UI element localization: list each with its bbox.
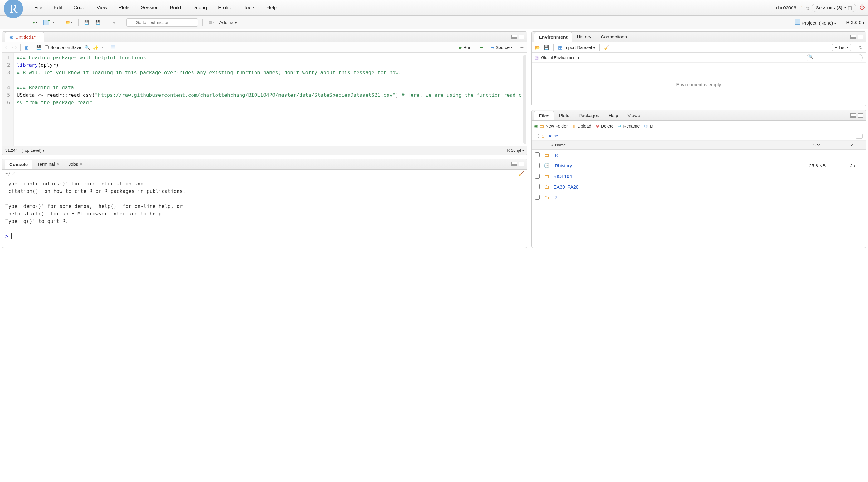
- menu-debug[interactable]: Debug: [187, 3, 213, 12]
- menu-tools[interactable]: Tools: [238, 3, 261, 12]
- tab-console[interactable]: Console: [5, 159, 32, 169]
- maximize-pane-icon[interactable]: [519, 162, 525, 166]
- file-name[interactable]: R: [554, 195, 805, 200]
- workspace-panes-button[interactable]: ⊞ ▾: [207, 19, 215, 25]
- open-file-button[interactable]: 📂▾: [64, 19, 74, 25]
- save-button[interactable]: 💾: [83, 19, 91, 25]
- popup-icon[interactable]: ◱: [848, 5, 852, 10]
- import-dataset-button[interactable]: ▦ Import Dataset ▾: [558, 45, 595, 50]
- source-tab-untitled1[interactable]: ◉ Untitled1* ×: [5, 32, 44, 42]
- breadcrumb-home[interactable]: Home: [547, 133, 558, 138]
- col-name[interactable]: ▲Name: [539, 143, 813, 147]
- scope-selector[interactable]: Global Environment ▾: [541, 55, 579, 60]
- nav-back-icon[interactable]: ⇦: [5, 44, 9, 50]
- console-output[interactable]: Type 'contributors()' for more informati…: [2, 178, 527, 247]
- clear-console-icon[interactable]: 🧹: [519, 171, 524, 176]
- menu-session[interactable]: Session: [135, 3, 164, 12]
- rename-button[interactable]: ➜ Rename: [618, 124, 640, 129]
- show-in-new-window-icon[interactable]: ▣: [24, 45, 28, 50]
- file-name[interactable]: .Rhistory: [554, 163, 805, 168]
- minimize-pane-icon[interactable]: [850, 113, 856, 118]
- new-folder-button[interactable]: ◉🗀 New Folder: [534, 124, 568, 129]
- save-all-button[interactable]: 💾: [94, 19, 102, 25]
- tab-plots[interactable]: Plots: [554, 111, 574, 120]
- file-row[interactable]: 🗀BIOL104: [532, 171, 866, 181]
- file-row[interactable]: 🗀EA30_FA20: [532, 181, 866, 192]
- tab-jobs[interactable]: Jobs ×: [64, 159, 87, 169]
- sessions-button[interactable]: Sessions (3) ▾ ◱: [812, 4, 856, 12]
- file-name[interactable]: .R: [554, 152, 805, 158]
- new-file-button[interactable]: ●▾: [31, 19, 38, 25]
- maximize-pane-icon[interactable]: [858, 113, 863, 118]
- upload-button[interactable]: ⬆ Upload: [572, 124, 591, 129]
- home-icon[interactable]: ⌂: [799, 4, 803, 11]
- file-row[interactable]: 🕓.Rhistory25.8 KBJa: [532, 160, 866, 171]
- file-checkbox[interactable]: [535, 152, 540, 157]
- view-mode-button[interactable]: ≡ List ▾: [832, 44, 851, 51]
- select-all-checkbox[interactable]: [535, 134, 539, 138]
- minimize-pane-icon[interactable]: [850, 35, 856, 39]
- file-checkbox[interactable]: [535, 184, 540, 189]
- console-popup-icon[interactable]: ⤤: [12, 171, 16, 176]
- load-workspace-icon[interactable]: 📂: [535, 45, 540, 50]
- clear-env-icon[interactable]: 🧹: [604, 45, 609, 50]
- tab-packages[interactable]: Packages: [574, 111, 604, 120]
- source-button[interactable]: ➜Source ▾: [491, 45, 512, 50]
- tab-help[interactable]: Help: [604, 111, 623, 120]
- save-source-icon[interactable]: 💾: [36, 45, 41, 50]
- source-editor[interactable]: 1 2 3 4 5 6 ### Loading packages with he…: [2, 53, 527, 146]
- nav-forward-icon[interactable]: ⇨: [12, 44, 17, 50]
- run-button[interactable]: ▶Run: [459, 45, 471, 50]
- env-search-input[interactable]: [807, 54, 863, 61]
- menu-file[interactable]: File: [29, 3, 48, 12]
- find-icon[interactable]: [85, 45, 90, 50]
- menu-edit[interactable]: Edit: [48, 3, 68, 12]
- close-tab-icon[interactable]: ×: [37, 35, 40, 39]
- file-row[interactable]: 🗀R: [532, 192, 866, 203]
- more-button[interactable]: ⚙ M: [644, 124, 653, 129]
- save-workspace-icon[interactable]: 💾: [544, 45, 549, 50]
- maximize-pane-icon[interactable]: [858, 35, 863, 39]
- console-prompt[interactable]: >: [5, 233, 11, 239]
- print-button[interactable]: 🖨: [111, 19, 117, 25]
- goto-file-input[interactable]: [126, 19, 198, 27]
- rerun-icon[interactable]: ↪: [479, 45, 483, 50]
- source-on-save-checkbox[interactable]: Source on Save: [44, 45, 82, 50]
- file-checkbox[interactable]: [535, 195, 540, 200]
- close-icon[interactable]: ×: [57, 162, 59, 166]
- tab-files[interactable]: Files: [534, 111, 554, 121]
- path-more-icon[interactable]: …: [856, 133, 863, 139]
- delete-button[interactable]: ⊗ Delete: [596, 124, 613, 129]
- col-modified[interactable]: M: [850, 143, 863, 147]
- home-icon[interactable]: ⌂: [541, 133, 545, 139]
- tab-connections[interactable]: Connections: [596, 32, 631, 41]
- file-checkbox[interactable]: [535, 174, 540, 179]
- menu-code[interactable]: Code: [68, 3, 91, 12]
- minimize-pane-icon[interactable]: [512, 162, 517, 166]
- outline-icon[interactable]: ≣: [520, 45, 524, 50]
- refresh-icon[interactable]: ↻: [859, 45, 863, 50]
- file-name[interactable]: EA30_FA20: [554, 184, 805, 189]
- code-tools-icon[interactable]: [93, 45, 98, 50]
- tab-terminal[interactable]: Terminal ×: [32, 159, 64, 169]
- minimize-pane-icon[interactable]: [512, 35, 517, 39]
- quit-icon[interactable]: ⏻: [859, 4, 865, 11]
- signout-icon[interactable]: ⎘: [806, 5, 809, 10]
- menu-build[interactable]: Build: [164, 3, 187, 12]
- r-version-menu[interactable]: R 3.6.0 ▾: [846, 20, 864, 25]
- file-checkbox[interactable]: [535, 163, 540, 168]
- new-project-button[interactable]: +▾: [42, 19, 56, 26]
- project-menu[interactable]: Project: (None) ▾: [795, 19, 836, 26]
- tab-environment[interactable]: Environment: [534, 32, 572, 42]
- menu-profile[interactable]: Profile: [213, 3, 238, 12]
- file-name[interactable]: BIOL104: [554, 174, 805, 179]
- scope-selector[interactable]: (Top Level) ▾: [22, 148, 44, 153]
- tab-viewer[interactable]: Viewer: [623, 111, 647, 120]
- editor-scrollbar[interactable]: [523, 55, 526, 144]
- menu-view[interactable]: View: [91, 3, 113, 12]
- addins-button[interactable]: Addins ▾: [219, 20, 236, 25]
- col-size[interactable]: Size: [813, 143, 850, 147]
- file-row[interactable]: 🗀.R: [532, 150, 866, 160]
- code-body[interactable]: ### Loading packages with helpful functi…: [14, 53, 527, 146]
- menu-plots[interactable]: Plots: [113, 3, 135, 12]
